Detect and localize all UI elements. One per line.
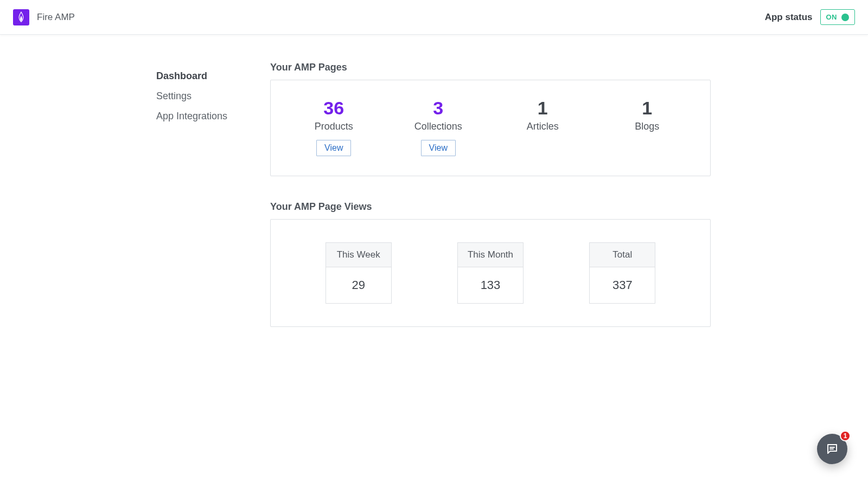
header-left: Fire AMP (13, 9, 75, 25)
metric-value: 29 (326, 267, 391, 303)
metric-this-week: This Week 29 (326, 242, 392, 304)
stat-blogs: 1 Blogs (595, 98, 700, 156)
sidebar-item-label: App Integrations (156, 111, 227, 121)
stat-label: Collections (414, 121, 462, 132)
sidebar-item-label: Dashboard (156, 70, 207, 81)
sidebar-item-dashboard[interactable]: Dashboard (156, 66, 259, 86)
metric-label: This Month (458, 243, 523, 267)
stat-articles: 1 Articles (490, 98, 595, 156)
section-title-views: Your AMP Page Views (270, 201, 711, 213)
metric-label: Total (590, 243, 655, 267)
chat-badge: 1 (840, 431, 851, 441)
app-status-label: App status (765, 12, 813, 23)
stat-collections: 3 Collections View (386, 98, 491, 156)
sidebar: Dashboard Settings App Integrations (156, 62, 259, 327)
stat-value: 3 (433, 98, 443, 119)
metric-this-month: This Month 133 (457, 242, 524, 304)
stat-label: Blogs (635, 121, 659, 132)
status-value: ON (826, 13, 838, 21)
metric-label: This Week (326, 243, 391, 267)
stat-label: Products (315, 121, 353, 132)
sidebar-item-app-integrations[interactable]: App Integrations (156, 106, 259, 126)
metric-value: 133 (458, 267, 523, 303)
chat-icon (826, 442, 839, 455)
chat-button[interactable]: 1 (817, 434, 847, 464)
amp-views-card: This Week 29 This Month 133 Total 337 (270, 219, 711, 327)
app-name: Fire AMP (37, 12, 75, 23)
app-header: Fire AMP App status ON (0, 0, 868, 35)
amp-views-section: Your AMP Page Views This Week 29 This Mo… (270, 201, 711, 327)
stat-value: 1 (642, 98, 652, 119)
status-dot-icon (841, 14, 849, 21)
metric-total: Total 337 (589, 242, 655, 304)
stat-value: 36 (323, 98, 344, 119)
section-title-pages: Your AMP Pages (270, 62, 711, 73)
header-right: App status ON (765, 9, 855, 25)
app-logo (13, 9, 29, 25)
stat-products: 36 Products View (282, 98, 386, 156)
main: Your AMP Pages 36 Products View 3 Collec… (259, 62, 711, 327)
sidebar-item-settings[interactable]: Settings (156, 86, 259, 106)
view-products-button[interactable]: View (316, 140, 351, 156)
flame-icon (16, 11, 26, 23)
sidebar-item-label: Settings (156, 91, 192, 101)
content: Dashboard Settings App Integrations Your… (0, 35, 868, 327)
amp-pages-card: 36 Products View 3 Collections View 1 Ar… (270, 80, 711, 176)
view-collections-button[interactable]: View (421, 140, 456, 156)
metric-value: 337 (590, 267, 655, 303)
stat-label: Articles (527, 121, 559, 132)
stat-value: 1 (538, 98, 548, 119)
app-status-toggle[interactable]: ON (820, 9, 856, 25)
amp-pages-section: Your AMP Pages 36 Products View 3 Collec… (270, 62, 711, 176)
